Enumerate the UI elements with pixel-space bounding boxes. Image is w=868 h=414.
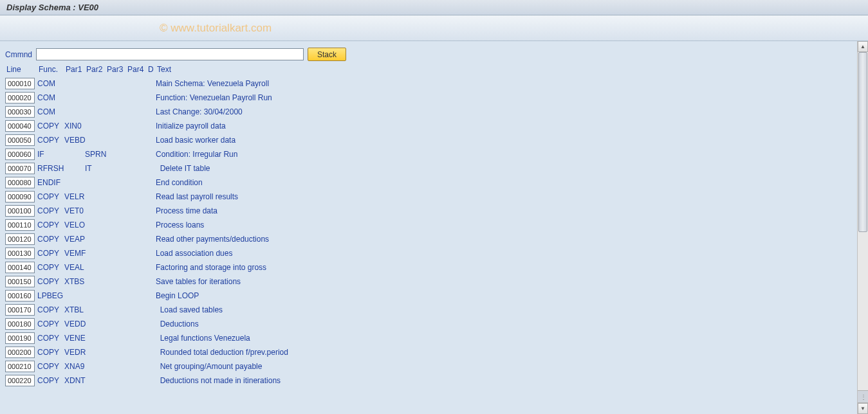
line-cell [5,304,37,316]
func-cell: RFRSH [37,164,64,173]
title-bar: Display Schema : VE00 [0,0,868,15]
func-cell: COPY [37,136,64,145]
line-input[interactable] [5,262,35,273]
table-row: COPYXTBSSave tables for iterations [5,274,852,289]
line-cell [5,276,37,287]
par1-cell: XDNT [64,376,85,385]
table-row: COPYVEDR Rounded total deduction f/prev.… [5,345,852,359]
content-wrapper: Cmmnd Stack Line Func. Par1 Par2 Par3 Pa… [0,41,868,414]
line-input[interactable] [5,276,35,287]
line-input[interactable] [5,120,35,132]
rows-container: COMMain Schema: Venezuela PayrollCOMFunc… [5,76,852,388]
header-func: Func. [39,65,66,74]
scroll-track[interactable] [858,52,868,390]
line-input[interactable] [5,248,35,259]
line-cell [5,120,37,132]
func-cell: COPY [37,305,64,314]
line-input[interactable] [5,205,35,217]
line-cell [5,318,37,330]
par1-cell: XIN0 [64,122,85,130]
line-input[interactable] [5,134,35,146]
line-input[interactable] [5,375,35,386]
func-cell: ENDIF [37,178,64,187]
header-d: D [148,65,157,74]
text-cell: Load association dues [156,249,852,258]
page-title: Display Schema : VE00 [6,3,98,12]
par2-cell: IT [85,164,106,173]
line-input[interactable] [5,163,35,174]
line-input[interactable] [5,361,35,372]
table-row: COMFunction: Venezuelan Payroll Run [5,91,852,105]
scroll-grip-icon[interactable]: ⋮ [858,390,868,403]
command-label: Cmmnd [5,50,32,59]
line-input[interactable] [5,346,35,358]
table-row: COPYVELOProcess loans [5,218,852,232]
line-input[interactable] [5,219,35,231]
line-input[interactable] [5,92,35,104]
line-input[interactable] [5,106,35,118]
text-cell: Factoring and storage into gross [156,263,852,272]
line-input[interactable] [5,78,35,89]
line-input[interactable] [5,233,35,245]
header-par2: Par2 [86,65,107,74]
text-cell: End condition [156,178,852,187]
text-cell: Begin LOOP [156,291,852,300]
vertical-scrollbar[interactable]: ▲ ⋮ ▼ [857,41,868,414]
stack-button[interactable]: Stack [308,48,346,61]
line-cell [5,262,37,273]
text-cell: Last Change: 30/04/2000 [156,107,852,116]
table-row: COPYVEBDLoad basic worker data [5,133,852,147]
table-row: COPYVET0Process time data [5,204,852,218]
func-cell: COPY [37,362,64,371]
text-cell: Function: Venezuelan Payroll Run [156,93,852,102]
command-input[interactable] [36,48,304,60]
scroll-up-arrow-icon[interactable]: ▲ [858,41,868,52]
line-input[interactable] [5,177,35,188]
text-cell: Initialize payroll data [156,122,852,130]
command-row: Cmmnd Stack [5,48,852,61]
line-cell [5,375,37,386]
line-input[interactable] [5,290,35,302]
par1-cell: VEDR [64,348,85,357]
table-row: COPYVEALFactoring and storage into gross [5,260,852,274]
line-cell [5,134,37,146]
scroll-thumb[interactable] [858,52,867,232]
text-cell: Read last payroll results [156,192,852,201]
scroll-down-arrow-icon[interactable]: ▼ [858,403,868,414]
func-cell: COPY [37,206,64,215]
table-row: COPYVEMFLoad association dues [5,246,852,260]
par1-cell: VET0 [64,206,85,215]
header-line: Line [6,65,39,74]
header-text: Text [157,65,852,74]
main-content: Cmmnd Stack Line Func. Par1 Par2 Par3 Pa… [0,41,857,414]
par1-cell: VEDD [64,320,85,328]
line-cell [5,248,37,259]
text-cell: Legal functions Venezuela [156,334,852,343]
text-cell: Delete IT table [156,164,852,173]
line-input[interactable] [5,318,35,330]
line-input[interactable] [5,304,35,316]
line-input[interactable] [5,148,35,160]
line-input[interactable] [5,191,35,203]
table-row: COMLast Change: 30/04/2000 [5,105,852,119]
table-row: COPYXNA9 Net grouping/Amount payable [5,359,852,374]
par2-cell: SPRN [85,150,106,159]
par1-cell: VELR [64,192,85,201]
line-cell [5,361,37,372]
par1-cell: XNA9 [64,362,85,371]
func-cell: COPY [37,348,64,357]
table-row: COPYVELRRead last payroll results [5,190,852,204]
table-row: COPYXTBL Load saved tables [5,303,852,317]
text-cell: Save tables for iterations [156,277,852,286]
text-cell: Rounded total deduction f/prev.period [156,348,852,357]
func-cell: LPBEG [37,291,64,300]
table-row: COPYVEAPRead other payments/deductions [5,232,852,246]
table-row: COPYVENE Legal functions Venezuela [5,331,852,345]
table-row: COMMain Schema: Venezuela Payroll [5,76,852,91]
text-cell: Deductions [156,320,852,328]
table-row: LPBEGBegin LOOP [5,289,852,303]
line-input[interactable] [5,332,35,344]
line-cell [5,78,37,89]
text-cell: Main Schema: Venezuela Payroll [156,79,852,88]
func-cell: COPY [37,235,64,244]
